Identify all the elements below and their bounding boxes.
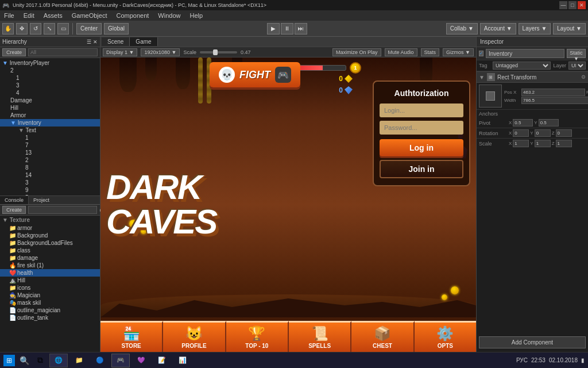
password-input[interactable] bbox=[380, 121, 463, 135]
pivot-y-input[interactable] bbox=[539, 119, 559, 126]
tree-item-hill[interactable]: Hill bbox=[0, 104, 100, 112]
close-btn[interactable]: ✕ bbox=[578, 1, 586, 9]
tree-item-text-8[interactable]: 8 bbox=[0, 164, 100, 171]
gizmos-btn[interactable]: Gizmos ▼ bbox=[443, 48, 474, 56]
static-btn[interactable]: Static ▼ bbox=[567, 49, 586, 58]
tree-item-damage[interactable]: Damage bbox=[0, 97, 100, 104]
scale-z-input[interactable] bbox=[556, 140, 572, 147]
tree-item-inventory-player[interactable]: ▼ InventoryPlayer bbox=[0, 59, 100, 67]
tag-select[interactable]: Untagged bbox=[493, 62, 551, 70]
top10-btn[interactable]: 🏆 TOP - 10 bbox=[226, 321, 289, 352]
spells-btn[interactable]: 📜 SPELLS bbox=[289, 321, 351, 352]
project-item-fireskil[interactable]: 🔥fire skil (1) bbox=[0, 262, 100, 269]
step-btn[interactable]: ⏭ bbox=[295, 23, 307, 34]
profile-btn[interactable]: 😺 PROFILE bbox=[163, 321, 226, 352]
scale-x-input[interactable] bbox=[513, 140, 529, 147]
pause-btn[interactable]: ⏸ bbox=[281, 23, 293, 34]
menu-help[interactable]: Help bbox=[188, 12, 204, 20]
rect-anchor-widget[interactable] bbox=[479, 85, 502, 108]
start-btn[interactable]: ⊞ bbox=[3, 355, 15, 366]
rot-z-input[interactable] bbox=[556, 129, 572, 137]
scale-tool[interactable]: ⤡ bbox=[44, 23, 55, 34]
login-input[interactable] bbox=[380, 103, 463, 117]
project-item-outlinetank[interactable]: 📄outline_tank bbox=[0, 314, 100, 321]
layers-btn[interactable]: Layers ▼ bbox=[519, 23, 551, 34]
game-tab[interactable]: Game bbox=[130, 37, 157, 46]
minimize-btn[interactable]: — bbox=[559, 1, 567, 9]
pos-x-input[interactable] bbox=[521, 89, 585, 96]
maximize-btn[interactable]: □ bbox=[568, 1, 577, 9]
pivot-x-input[interactable] bbox=[513, 119, 533, 126]
tree-item-text-3[interactable]: 3 bbox=[0, 179, 100, 186]
taskbar-ie[interactable]: 🌐 bbox=[49, 354, 68, 367]
play-btn[interactable]: ▶ bbox=[267, 23, 280, 34]
add-component-btn[interactable]: Add Component bbox=[479, 336, 586, 348]
search-taskbar[interactable]: 🔍 bbox=[17, 354, 31, 367]
global-btn[interactable]: Global bbox=[104, 23, 129, 34]
width-input[interactable] bbox=[521, 97, 588, 104]
chest-btn[interactable]: 📦 CHEST bbox=[351, 321, 414, 352]
project-item-magician[interactable]: 🧙Magician bbox=[0, 292, 100, 299]
tree-item-text-2[interactable]: 2 bbox=[0, 156, 100, 164]
tree-item-text-13[interactable]: 13 bbox=[0, 149, 100, 156]
collab-btn[interactable]: Collab ▼ bbox=[446, 23, 478, 34]
project-item-outlinemagician[interactable]: 📄outline_magician bbox=[0, 306, 100, 314]
store-btn[interactable]: 🏪 STORE bbox=[100, 321, 163, 352]
tree-item-1[interactable]: 1 bbox=[0, 74, 100, 82]
project-item-bgload[interactable]: 📁BackgroundLoadFiles bbox=[0, 239, 100, 247]
taskbar-unity[interactable]: 🎮 bbox=[111, 354, 130, 367]
tree-item-2[interactable]: 2 bbox=[0, 67, 100, 74]
tree-item-text-1[interactable]: 1 bbox=[0, 134, 100, 141]
tree-item-text-14[interactable]: 14 bbox=[0, 171, 100, 179]
opts-btn[interactable]: ⚙️ OPTS bbox=[415, 321, 476, 352]
rot-y-input[interactable] bbox=[535, 129, 551, 137]
project-item-hill[interactable]: ⛰️Hill bbox=[0, 277, 100, 284]
project-item-icons[interactable]: 📁icons bbox=[0, 284, 100, 292]
hierarchy-search[interactable] bbox=[28, 48, 98, 56]
login-btn[interactable]: Log in bbox=[380, 139, 463, 156]
project-item-armor[interactable]: 📁armor bbox=[0, 224, 100, 232]
taskbar-app[interactable]: 📊 bbox=[173, 354, 192, 367]
rotate-tool[interactable]: ↺ bbox=[30, 23, 41, 34]
layer-select[interactable]: UI bbox=[568, 62, 586, 70]
menu-edit[interactable]: Edit bbox=[22, 12, 36, 20]
stats-btn[interactable]: Stats bbox=[421, 48, 440, 56]
tree-item-text-9[interactable]: 9 bbox=[0, 186, 100, 194]
tree-item-inventory[interactable]: ▼ Inventory bbox=[0, 119, 100, 126]
tree-item-text[interactable]: ▼ Text bbox=[0, 126, 100, 134]
hand-tool[interactable]: ✋ bbox=[2, 23, 14, 34]
menu-assets[interactable]: Assets bbox=[42, 12, 64, 20]
project-item-class[interactable]: 📁class bbox=[0, 247, 100, 254]
task-view[interactable]: ⧉ bbox=[33, 354, 47, 367]
rect-tool[interactable]: ▭ bbox=[57, 23, 69, 34]
scale-slider[interactable] bbox=[200, 51, 237, 53]
console-tab[interactable]: Console bbox=[0, 196, 29, 204]
component-checkbox[interactable]: ✓ bbox=[479, 51, 483, 56]
scene-tab[interactable]: Scene bbox=[102, 37, 130, 46]
hierarchy-create-btn[interactable]: Create bbox=[2, 48, 26, 56]
tree-item-4[interactable]: 4 bbox=[0, 89, 100, 97]
center-btn[interactable]: Center bbox=[76, 23, 102, 34]
tree-item-text-7[interactable]: 7 bbox=[0, 141, 100, 149]
maximize-on-play-btn[interactable]: Maximize On Play bbox=[332, 48, 381, 56]
mute-audio-btn[interactable]: Mute Audio bbox=[385, 48, 417, 56]
menu-component[interactable]: Component bbox=[114, 12, 150, 20]
project-item-maskskil[interactable]: 🎭mask skil bbox=[0, 299, 100, 306]
scale-y-input[interactable] bbox=[535, 140, 551, 147]
account-btn[interactable]: Account ▼ bbox=[480, 23, 516, 34]
move-tool[interactable]: ✥ bbox=[16, 23, 28, 34]
menu-window[interactable]: Window bbox=[156, 12, 182, 20]
taskbar-chrome[interactable]: 🔵 bbox=[91, 354, 109, 367]
project-search[interactable] bbox=[28, 206, 97, 214]
taskbar-word[interactable]: 📝 bbox=[153, 354, 171, 367]
component-name-input[interactable] bbox=[486, 49, 564, 58]
project-create-btn[interactable]: Create bbox=[2, 206, 26, 214]
join-btn[interactable]: Join in bbox=[380, 160, 463, 178]
project-tab[interactable]: Project bbox=[29, 196, 54, 204]
show-desktop[interactable]: ▮ bbox=[581, 357, 585, 363]
resolution-select[interactable]: 1920x1080 ▼ bbox=[141, 48, 180, 56]
project-item-background[interactable]: 📁Background bbox=[0, 232, 100, 239]
project-item-damage[interactable]: 📁damage bbox=[0, 254, 100, 262]
tree-item-3[interactable]: 3 bbox=[0, 82, 100, 89]
rot-x-input[interactable] bbox=[513, 129, 529, 137]
